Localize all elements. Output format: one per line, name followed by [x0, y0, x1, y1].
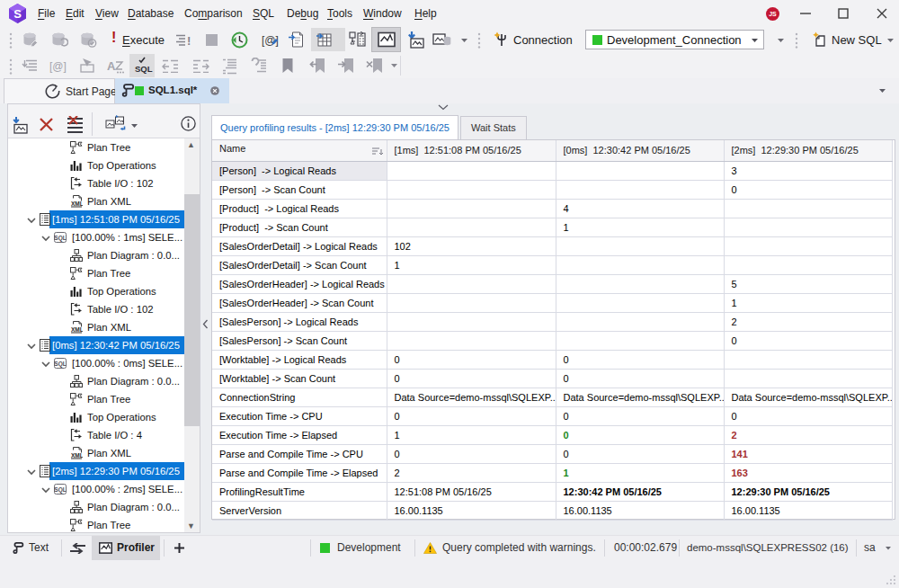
svg-text:A: A	[107, 59, 116, 73]
svg-text:SQL: SQL	[135, 64, 153, 74]
svg-text:[@]: [@]	[49, 60, 67, 73]
svg-text:!: !	[187, 34, 191, 47]
svg-text:S: S	[13, 7, 22, 21]
